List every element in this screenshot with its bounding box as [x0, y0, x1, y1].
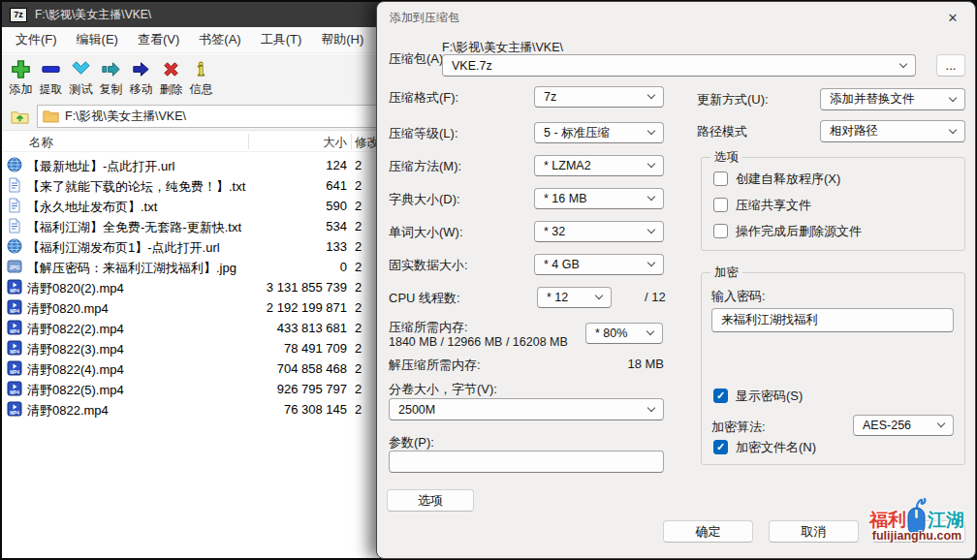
- svg-text:MP4: MP4: [10, 329, 19, 334]
- svg-text:MP4: MP4: [10, 390, 19, 395]
- option-row[interactable]: 创建自释放程序(X): [702, 166, 964, 192]
- toolbar-button[interactable]: i信息: [186, 58, 216, 98]
- file-list: 名称 大小 修改时间 【最新地址】-点此打开.url1242【来了就能下载的论坛…: [2, 131, 381, 558]
- toolbar-button[interactable]: 提取: [36, 58, 66, 98]
- encrypt-names-checkbox[interactable]: [713, 440, 728, 454]
- toolbar-button[interactable]: 测试: [66, 58, 96, 98]
- column-divider[interactable]: [351, 134, 352, 149]
- column-divider[interactable]: [248, 134, 249, 149]
- txt-icon: [7, 177, 22, 193]
- address-combo[interactable]: F:\影视\美女主播\VKE\: [37, 105, 381, 128]
- options-checkboxes: 创建自释放程序(X)压缩共享文件操作完成后删除源文件: [702, 158, 964, 244]
- threads-select[interactable]: * 12: [537, 287, 612, 308]
- menu-item[interactable]: 查看(V): [128, 27, 189, 52]
- file-row[interactable]: 【永久地址发布页】.txt5902: [2, 196, 381, 216]
- window-title: F:\影视\美女主播\VKE\: [35, 7, 151, 23]
- folder-icon: [43, 109, 59, 123]
- toolbar: 添加提取测试复制移动删除i信息: [2, 54, 381, 102]
- chevron-down-icon: [937, 420, 945, 427]
- file-row[interactable]: 【最新地址】-点此打开.url1242: [2, 155, 381, 175]
- svg-text:i: i: [198, 58, 205, 80]
- file-modified: 2: [355, 341, 378, 356]
- menu-item[interactable]: 编辑(E): [67, 27, 128, 52]
- file-row[interactable]: JPG【解压密码：来福利江湖找福利】.jpg02: [2, 257, 381, 277]
- word-select[interactable]: * 32: [534, 221, 664, 242]
- chevron-down-icon: [647, 259, 655, 266]
- level-label: 压缩等级(L):: [389, 125, 458, 142]
- file-row[interactable]: MP4清野0822.mp476 308 1452: [2, 399, 381, 420]
- file-row[interactable]: 【来了就能下载的论坛，纯免费！】.txt6412: [2, 175, 381, 196]
- archive-name-combo[interactable]: VKE.7z: [442, 54, 916, 77]
- menu-item[interactable]: 文件(F): [6, 27, 67, 52]
- watermark-row: 福利 江湖: [859, 486, 975, 533]
- ok-button[interactable]: 确定: [663, 520, 753, 543]
- memory-percent-select[interactable]: * 80%: [585, 323, 663, 344]
- checkbox[interactable]: [713, 224, 728, 238]
- show-password-option[interactable]: 显示密码(S): [702, 383, 803, 409]
- file-row[interactable]: MP4清野0822(4).mp4704 858 4682: [2, 358, 381, 379]
- memory-decompress-label: 解压缩所需内存:: [389, 357, 481, 374]
- list-header: 名称 大小 修改时间: [2, 131, 381, 152]
- file-name: 【福利江湖发布页1】-点此打开.url: [27, 239, 220, 257]
- level-select[interactable]: 5 - 标准压缩: [534, 122, 664, 143]
- show-password-label: 显示密码(S): [736, 388, 803, 405]
- column-modified[interactable]: 修改时间: [355, 135, 378, 151]
- toolbar-button[interactable]: 删除: [156, 58, 186, 98]
- file-row[interactable]: MP4清野0820(2).mp43 131 855 7392: [2, 277, 381, 297]
- memory-percent-value: * 80%: [595, 327, 627, 340]
- threads-max: / 12: [645, 290, 666, 304]
- word-label: 单词大小(W):: [389, 224, 463, 241]
- archive-name-value: VKE.7z: [452, 59, 492, 73]
- file-name: 【解压密码：来福利江湖找福利】.jpg: [27, 260, 236, 277]
- file-row[interactable]: MP4清野0822(3).mp478 491 7092: [2, 338, 381, 358]
- algo-value: AES-256: [863, 419, 911, 432]
- checkbox[interactable]: [713, 198, 728, 212]
- dict-select[interactable]: * 16 MB: [534, 188, 664, 209]
- mp4-icon: MP4: [7, 401, 22, 417]
- volume-combo[interactable]: 2500M: [389, 398, 664, 420]
- chevron-down-icon: [647, 160, 655, 168]
- file-row[interactable]: 【福利江湖】全免费-无套路-更新快.txt5342: [2, 216, 381, 236]
- show-password-checkbox[interactable]: [713, 389, 728, 403]
- chevron-down-icon: [899, 59, 907, 67]
- algo-select[interactable]: AES-256: [853, 415, 954, 436]
- options-button[interactable]: 选项: [387, 489, 474, 512]
- checkbox-label: 压缩共享文件: [736, 197, 811, 214]
- option-row[interactable]: 压缩共享文件: [702, 192, 964, 218]
- title-bar: 7z F:\影视\美女主播\VKE\: [2, 2, 381, 27]
- file-row[interactable]: MP4清野0822(2).mp4433 813 6812: [2, 318, 381, 338]
- file-size: 433 813 681: [220, 321, 347, 335]
- menu-item[interactable]: 书签(A): [189, 27, 250, 52]
- file-row[interactable]: MP4清野0820.mp42 192 199 8712: [2, 297, 381, 318]
- column-size[interactable]: 大小: [220, 135, 347, 151]
- cancel-button[interactable]: 取消: [769, 520, 859, 543]
- format-select[interactable]: 7z: [534, 86, 664, 108]
- params-input[interactable]: [389, 451, 664, 473]
- menu-item[interactable]: 工具(T): [251, 27, 312, 52]
- toolbar-button[interactable]: 添加: [6, 58, 36, 98]
- threads-value: * 12: [547, 291, 568, 304]
- password-input[interactable]: 来福利江湖找福利: [711, 308, 954, 332]
- up-folder-button[interactable]: [8, 106, 31, 127]
- encrypt-names-option[interactable]: 加密文件名(N): [702, 434, 816, 460]
- toolbar-button[interactable]: 移动: [126, 58, 156, 98]
- checkbox[interactable]: [713, 171, 728, 186]
- file-modified: 2: [355, 239, 378, 254]
- column-name[interactable]: 名称: [29, 135, 53, 151]
- toolbar-button[interactable]: 复制: [96, 58, 126, 98]
- solid-select[interactable]: * 4 GB: [534, 254, 664, 275]
- browse-button[interactable]: ...: [936, 54, 965, 77]
- menu-item[interactable]: 帮助(H): [311, 27, 373, 52]
- file-row[interactable]: 【福利江湖发布页1】-点此打开.url1332: [2, 236, 381, 257]
- update-select[interactable]: 添加并替换文件: [820, 88, 965, 110]
- option-row[interactable]: 操作完成后删除源文件: [702, 218, 964, 244]
- file-modified: 2: [355, 280, 378, 295]
- pathmode-select[interactable]: 相对路径: [820, 120, 965, 142]
- folder-up-icon: [11, 109, 29, 125]
- svg-text:MP4: MP4: [10, 309, 19, 314]
- file-row[interactable]: MP4清野0822(5).mp4926 795 7972: [2, 379, 381, 399]
- close-button[interactable]: ✕: [938, 7, 967, 28]
- mp4-icon: MP4: [7, 360, 22, 376]
- method-select[interactable]: * LZMA2: [534, 155, 664, 176]
- encrypt-group: 加密 输入密码: 来福利江湖找福利 显示密码(S) 加密算法: AES-256 …: [701, 272, 965, 465]
